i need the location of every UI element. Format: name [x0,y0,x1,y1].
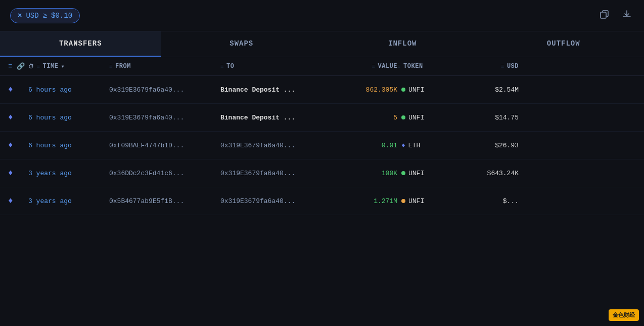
token-name: ETH [408,142,420,149]
time-cell: 3 years ago [28,197,109,205]
token-name: UNFI [408,197,424,205]
from-cell[interactable]: 0x36DDc2c3Fd41c6... [109,170,220,177]
svg-rect-0 [601,12,606,18]
filter-arrow-icon: ≥ [43,12,47,20]
usd-filter-icon[interactable]: ≡ [501,63,504,69]
top-icons [597,7,634,24]
to-cell: Binance Deposit ... [220,86,295,94]
chain-icon: ♦ [8,196,28,206]
chain-icon: ♦ [8,169,28,178]
token-name: UNFI [408,170,424,177]
time-caret-icon[interactable]: ▾ [61,63,65,70]
time-filter-icon[interactable]: ⏱ [28,63,34,70]
filter-value: $0.10 [51,12,72,20]
col-token: ≡ TOKEN [397,63,463,70]
table-body: ♦ 6 hours ago 0x319E3679fa6a40... Binanc… [0,76,644,215]
unfi-icon [401,199,405,203]
from-cell[interactable]: 0x319E3679fa6a40... [109,86,220,94]
top-bar: × USD ≥ $0.10 [0,0,644,31]
table-row[interactable]: ♦ 6 hours ago 0x319E3679fa6a40... Binanc… [0,104,644,132]
to-cell: 0x319E3679fa6a40... [220,197,295,205]
token-dot-icon [401,88,405,92]
chain-icon: ♦ [8,141,28,150]
token-dot-icon [401,171,405,175]
to-cell: 0x319E3679fa6a40... [220,142,295,149]
col-chain: ≡ 🔗 [8,62,28,70]
table-row[interactable]: ♦ 3 years ago 0x36DDc2c3Fd41c6... 0x319E… [0,159,644,187]
filter-close-icon[interactable]: × [18,12,22,20]
tab-transfers[interactable]: TRANSFERS [0,31,161,57]
col-from: ≡ FROM [109,63,220,70]
col-time-label[interactable]: TIME [43,63,59,70]
to-col: Binance Deposit ... [220,113,332,121]
col-value-label[interactable]: VALUE [378,63,397,70]
table-header: ≡ 🔗 ⏱ ≡ TIME ▾ ≡ FROM ≡ TO ≡ VALUE ≡ TOK… [0,57,644,76]
chain-icon: ♦ [8,85,28,94]
time-filter2-icon[interactable]: ≡ [37,63,40,69]
table-row[interactable]: ♦ 3 years ago 0x5B4677ab9E5f1B... 0x319E… [0,187,644,215]
filter-badge[interactable]: × USD ≥ $0.10 [10,8,80,23]
to-col: 0x319E3679fa6a40... [220,141,332,149]
tab-swaps[interactable]: SWAPS [161,31,323,57]
to-col: 0x319E3679fa6a40... [220,169,332,177]
value-filter-icon[interactable]: ≡ [372,63,375,69]
token-dot-icon [401,115,405,119]
usd-cell: $26.93 [463,142,519,149]
token-cell: UNFI [397,170,463,177]
col-value: ≡ VALUE [332,63,397,70]
from-cell[interactable]: 0xf09BAEF4747b1D... [109,142,220,149]
token-cell: UNFI [397,197,463,205]
value-cell: 5 [332,114,397,121]
to-filter-icon[interactable]: ≡ [220,63,224,69]
value-cell: 0.01 [332,142,397,149]
col-to: ≡ TO [220,63,332,70]
usd-cell: $2.54M [463,86,519,94]
col-usd: ≡ USD [463,63,519,70]
from-cell[interactable]: 0x5B4677ab9E5f1B... [109,197,220,205]
col-usd-label[interactable]: USD [507,63,519,70]
token-name: UNFI [408,86,424,94]
link-icon[interactable]: 🔗 [17,62,25,70]
from-filter-icon[interactable]: ≡ [109,63,113,69]
value-cell: 1.271M [332,197,397,205]
col-time: ⏱ ≡ TIME ▾ [28,63,109,70]
tabs: TRANSFERS SWAPS INFLOW OUTFLOW [0,31,644,57]
from-cell[interactable]: 0x319E3679fa6a40... [109,114,220,121]
token-name: UNFI [408,114,424,121]
tab-outflow[interactable]: OUTFLOW [483,31,645,57]
time-cell: 3 years ago [28,170,109,177]
filter-lines-icon[interactable]: ≡ [8,62,13,70]
to-col: 0x319E3679fa6a40... [220,197,332,205]
chain-icon: ♦ [8,113,28,122]
download-button[interactable] [620,7,634,24]
eth-icon: ♦ [401,142,405,149]
col-from-label[interactable]: FROM [115,63,131,70]
time-cell: 6 hours ago [28,142,109,149]
to-cell: 0x319E3679fa6a40... [220,170,295,177]
time-cell: 6 hours ago [28,86,109,94]
usd-cell: $643.24K [463,170,519,177]
table-row[interactable]: ♦ 6 hours ago 0x319E3679fa6a40... Binanc… [0,76,644,104]
usd-cell: $... [463,197,519,205]
token-cell: ♦ ETH [397,142,463,149]
token-cell: UNFI [397,114,463,121]
filter-label: USD [26,12,38,20]
to-col: Binance Deposit ... [220,86,332,94]
time-cell: 6 hours ago [28,114,109,121]
col-to-label[interactable]: TO [226,63,234,70]
to-cell: Binance Deposit ... [220,114,295,121]
token-cell: UNFI [397,86,463,94]
copy-button[interactable] [597,7,612,24]
value-cell: 862.305K [332,86,397,94]
token-filter-icon[interactable]: ≡ [397,63,401,69]
col-token-label[interactable]: TOKEN [403,63,423,70]
table-row[interactable]: ♦ 6 hours ago 0xf09BAEF4747b1D... 0x319E… [0,132,644,159]
value-cell: 100K [332,170,397,177]
tab-inflow[interactable]: INFLOW [322,31,483,57]
usd-cell: $14.75 [463,114,519,121]
